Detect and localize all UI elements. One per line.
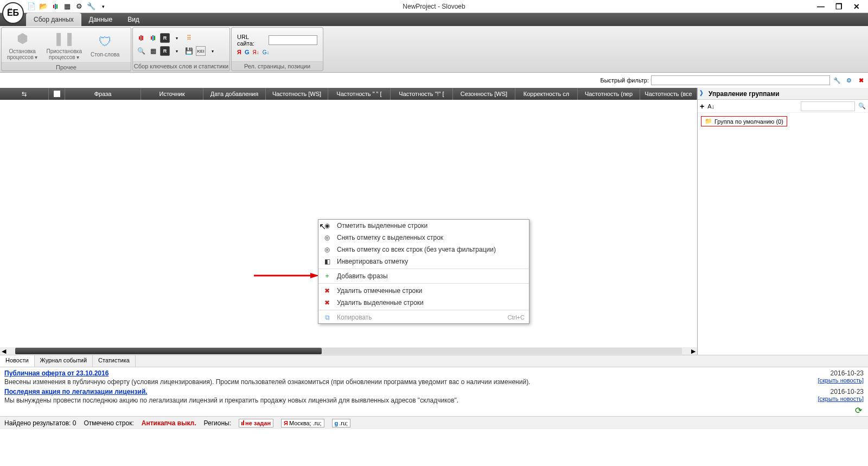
ribbon-group-label-3: Рел. страницы, позиции [232, 61, 323, 71]
groups-search-icon[interactable]: 🔍 [858, 103, 866, 110]
context-menu-item[interactable]: ◎Снять отметку с выделенных строк [318, 232, 529, 244]
kei-icon[interactable]: KEI [196, 46, 206, 56]
btab-stats[interactable]: Статистика [93, 355, 136, 367]
r-box-icon-2[interactable]: R [160, 46, 170, 56]
filter-settings-icon[interactable]: ⚙ [844, 75, 854, 85]
close-button[interactable]: ✕ [853, 2, 860, 11]
default-group-node[interactable]: 📁 Группа по умолчанию (0) [701, 116, 787, 126]
url-input[interactable] [269, 35, 317, 45]
refresh-icon[interactable]: ⟳ [855, 405, 865, 415]
dots-icon[interactable]: ⠿ [184, 33, 194, 43]
col-freq-vse[interactable]: Частотность (все [640, 88, 697, 100]
group-label: Группа по умолчанию (0) [714, 118, 783, 125]
filter-bar: Быстрый фильтр: 🔧 ⚙ ✖ [0, 73, 868, 88]
col-freq-per[interactable]: Частотность (пер [578, 88, 640, 100]
pause-processes-button[interactable]: ❚❚ Приостановка процессов ▾ [44, 29, 84, 61]
grid-small-icon[interactable]: ▦ [148, 46, 158, 56]
context-menu-item[interactable]: +Добавить фразы [318, 270, 529, 282]
context-menu: ◉Отметить выделенные строки◎Снять отметк… [318, 219, 529, 324]
filter-apply-icon[interactable]: 🔧 [832, 75, 842, 85]
ribbon-group-label-1: Прочее [2, 62, 131, 72]
search-icon[interactable]: 🔍 [136, 46, 146, 56]
news-panel: Публичная оферта от 23.10.20162016-10-23… [0, 367, 868, 416]
yandex-small-icon[interactable]: Я↓ [252, 49, 259, 55]
window-title: NewProject - Slovoeb [403, 3, 465, 10]
menu-item-label: Снять отметку с выделенных строк [337, 234, 443, 241]
yandex-icon[interactable]: Я [237, 49, 241, 55]
btab-log[interactable]: Журнал событий [35, 355, 93, 367]
context-menu-item[interactable]: ✖Удалить отмеченные строки [318, 285, 529, 297]
context-menu-item[interactable]: ◎Снять отметку со всех строк (без учета … [318, 244, 529, 256]
col-data[interactable]: Дата добавления [203, 88, 266, 100]
scroll-thumb[interactable] [15, 348, 322, 354]
status-anticaptcha: Антикапча выкл. [142, 419, 196, 427]
context-menu-item[interactable]: ◉Отметить выделенные строки [318, 220, 529, 232]
col-season[interactable]: Сезонность [WS] [453, 88, 515, 100]
qat-dropdown[interactable]: ▾ [99, 2, 107, 11]
collapse-icon[interactable]: 》 [700, 89, 706, 98]
horizontal-scrollbar[interactable]: ◀ ▶ [0, 347, 697, 355]
news-date: 2016-10-23 [831, 369, 864, 377]
minimize-button[interactable]: — [817, 2, 825, 11]
sort-icon[interactable]: A↓ [707, 103, 714, 110]
news-title-link[interactable]: Публичная оферта от 23.10.2016 [4, 369, 108, 377]
dropdown-icon-3[interactable]: ▾ [208, 46, 218, 56]
add-group-icon[interactable]: + [700, 102, 704, 111]
maximize-button[interactable]: ❐ [835, 2, 843, 11]
news-date: 2016-10-23 [831, 388, 864, 395]
col-freq-ws[interactable]: Частотность [WS] [266, 88, 328, 100]
menu-shortcut: Ctrl+C [508, 314, 525, 321]
hide-news-link[interactable]: [скрыть новость] [818, 395, 864, 404]
google-icon[interactable]: G [245, 49, 250, 55]
news-item: Последняя акция по легализации лицензий.… [4, 388, 864, 404]
region-chip-2[interactable]: Я Москва; .ru; [281, 419, 324, 427]
tab-sbor-dannykh[interactable]: Сбор данных [26, 13, 81, 26]
bars-multi-icon[interactable] [148, 33, 158, 43]
bars-icon[interactable] [51, 2, 60, 11]
stop-words-button[interactable]: 🛡 Стоп-слова [88, 32, 122, 59]
col-correct[interactable]: Корректность сл [515, 88, 578, 100]
scroll-right[interactable]: ▶ [690, 348, 697, 355]
bottom-tabs: Новости Журнал событий Статистика [0, 355, 868, 367]
wrench-icon[interactable]: 🔧 [87, 2, 95, 11]
menu-item-label: Копировать [337, 314, 372, 321]
col-fraza[interactable]: Фраза [65, 88, 141, 100]
scroll-left[interactable]: ◀ [0, 348, 8, 355]
keywords-row-2: 🔍 ▦ R ▾ 💾 KEI ▾ [136, 46, 226, 56]
pause-icon: ❚❚ [55, 30, 73, 47]
gear-icon[interactable]: ⚙ [75, 2, 84, 11]
col-istochnik[interactable]: Источник [141, 88, 203, 100]
google-small-icon[interactable]: G↓ [263, 49, 270, 55]
open-icon[interactable]: 📂 [39, 2, 48, 11]
col-freq-q[interactable]: Частотность " " [ [328, 88, 391, 100]
grid-icon[interactable]: ▦ [63, 2, 72, 11]
stop-processes-label: Остановка процессов ▾ [7, 48, 37, 60]
btab-news[interactable]: Новости [0, 355, 35, 367]
col-freq-ex[interactable]: Частотность "!" [ [391, 88, 453, 100]
context-menu-item[interactable]: ◧Инвертировать отметку [318, 256, 529, 267]
bars-red-icon[interactable] [136, 33, 146, 43]
status-regions-label: Регионы: [204, 419, 232, 427]
filter-clear-icon[interactable]: ✖ [856, 75, 866, 85]
groups-search-input[interactable] [801, 101, 855, 111]
region-chip-1[interactable]: не задан [239, 419, 273, 427]
tab-vid[interactable]: Вид [120, 13, 147, 26]
quick-filter-input[interactable] [651, 75, 830, 85]
app-logo[interactable]: ЁБ [2, 2, 24, 24]
r-box-icon[interactable]: R [160, 33, 170, 43]
new-file-icon[interactable]: 📄 [27, 2, 36, 11]
ribbon-tabs: Сбор данных Данные Вид [0, 13, 868, 26]
tab-dannye[interactable]: Данные [81, 13, 120, 26]
context-menu-item[interactable]: ✖Удалить выделенные строки [318, 297, 529, 309]
dropdown-icon-2[interactable]: ▾ [172, 46, 182, 56]
disk-icon[interactable]: 💾 [184, 46, 194, 56]
menu-item-label: Добавить фразы [337, 272, 388, 280]
stop-processes-button[interactable]: ⬢ Остановка процессов ▾ [5, 29, 40, 61]
region-chip-3[interactable]: g .ru; [332, 419, 351, 427]
col-check[interactable] [49, 88, 65, 100]
stop-icon: ⬢ [14, 30, 31, 47]
dropdown-icon[interactable]: ▾ [172, 33, 182, 43]
col-handle[interactable]: ⇆ [0, 88, 49, 100]
hide-news-link[interactable]: [скрыть новость] [818, 377, 864, 386]
news-title-link[interactable]: Последняя акция по легализации лицензий. [4, 388, 148, 395]
